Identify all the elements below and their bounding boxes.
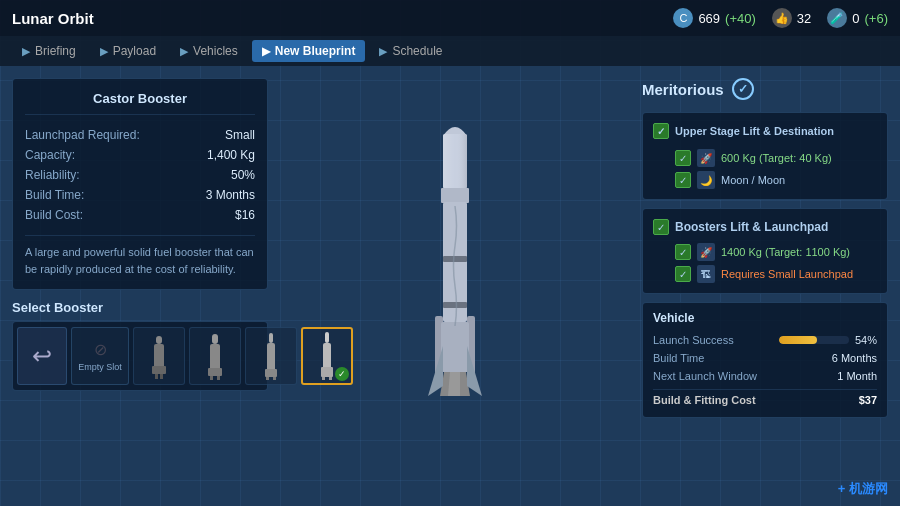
svg-rect-25 [443, 256, 467, 262]
next-launch-row: Next Launch Window 1 Month [653, 367, 877, 385]
booster-info-card: Castor Booster Launchpad Required: Small… [12, 78, 268, 290]
lift-row: ✓ 🚀 600 Kg (Target: 40 Kg) [653, 147, 877, 169]
booster-section: ✓ Boosters Lift & Launchpad ✓ 🚀 1400 Kg … [642, 208, 888, 294]
booster-title-check: ✓ [653, 219, 669, 235]
select-booster-section: Select Booster ↩ ⊘ Empty Slot [12, 300, 268, 391]
booster-lift-icon: 🚀 [697, 243, 715, 261]
tab-new-blueprint-label: New Blueprint [275, 44, 356, 58]
thumbs-amount: 32 [797, 11, 811, 26]
svg-rect-13 [266, 377, 269, 380]
tab-briefing[interactable]: ▶ Briefing [12, 40, 86, 62]
booster-launchpad-check: ✓ [675, 266, 691, 282]
science-resource: 🧪 0 (+6) [827, 8, 888, 28]
upper-stage-section: ✓ Upper Stage Lift & Destination ✓ 🚀 600… [642, 112, 888, 200]
launch-success-row: Launch Success 54% [653, 331, 877, 349]
capacity-label: Capacity: [25, 148, 75, 162]
svg-rect-23 [441, 188, 469, 203]
tab-payload-label: Payload [113, 44, 156, 58]
vehicle-build-time-row: Build Time 6 Months [653, 349, 877, 367]
header-bar: Lunar Orbit C 669 (+40) 👍 32 🧪 0 (+6) [0, 0, 900, 36]
booster-option-1[interactable] [133, 327, 185, 385]
upper-stage-check: ✓ [653, 123, 669, 139]
meritorious-icon: ✓ [732, 78, 754, 100]
select-booster-title: Select Booster [12, 300, 268, 315]
vehicle-section: Vehicle Launch Success 54% Build Time 6 … [642, 302, 888, 418]
booster-launchpad-value: Requires Small Launchpad [721, 268, 853, 280]
destination-value: Moon / Moon [721, 174, 785, 186]
empty-slot-icon: ⊘ [94, 340, 107, 359]
booster-lift-row: ✓ 🚀 1400 Kg (Target: 1100 Kg) [653, 241, 877, 263]
upper-stage-title-text: Upper Stage Lift & Destination [675, 125, 834, 137]
thumbs-icon: 👍 [772, 8, 792, 28]
build-cost-value: $16 [235, 208, 255, 222]
svg-rect-12 [265, 369, 277, 377]
svg-rect-29 [441, 322, 469, 372]
credits-resource: C 669 (+40) [673, 8, 755, 28]
booster-title-row: ✓ Boosters Lift & Launchpad [653, 217, 877, 237]
svg-rect-8 [210, 376, 213, 380]
launch-success-fill [779, 336, 817, 344]
capacity-value: 1,400 Kg [207, 148, 255, 162]
main-content: Castor Booster Launchpad Required: Small… [0, 66, 900, 506]
svg-rect-3 [155, 374, 158, 379]
launchpad-value: Small [225, 128, 255, 142]
launch-success-bar [779, 336, 849, 344]
rocket-svg [400, 116, 510, 456]
science-amount: 0 [852, 11, 859, 26]
build-fitting-cost-value: $37 [859, 394, 877, 406]
credits-icon: C [673, 8, 693, 28]
tab-new-blueprint[interactable]: ▶ New Blueprint [252, 40, 366, 62]
launch-success-bar-container: 54% [779, 334, 877, 346]
mission-title: Lunar Orbit [12, 10, 94, 27]
lift-icon: 🚀 [697, 149, 715, 167]
svg-rect-14 [273, 377, 276, 380]
upper-stage-title-row: ✓ Upper Stage Lift & Destination [653, 121, 877, 141]
reliability-row: Reliability: 50% [25, 165, 255, 185]
next-launch-label: Next Launch Window [653, 370, 757, 382]
build-cost-label: Build Cost: [25, 208, 83, 222]
watermark-text: 机游网 [849, 481, 888, 496]
meritorious-header: Meritorious ✓ [642, 78, 888, 100]
blueprint-arrow: ▶ [262, 45, 270, 58]
empty-slot-label: Empty Slot [78, 362, 122, 372]
watermark-icon: + [838, 481, 846, 496]
empty-slot-option[interactable]: ⊘ Empty Slot [71, 327, 129, 385]
credits-amount: 669 [698, 11, 720, 26]
thumbs-resource: 👍 32 [772, 8, 811, 28]
build-time-label: Build Time: [25, 188, 84, 202]
resources-bar: C 669 (+40) 👍 32 🧪 0 (+6) [673, 8, 888, 28]
science-icon: 🧪 [827, 8, 847, 28]
tab-vehicles[interactable]: ▶ Vehicles [170, 40, 248, 62]
build-cost-row: Build Cost: $16 [25, 205, 255, 225]
booster-back-button[interactable]: ↩ [17, 327, 67, 385]
launch-success-value: 54% [855, 334, 877, 346]
booster-option-2[interactable] [189, 327, 241, 385]
booster-title-text: Boosters Lift & Launchpad [675, 220, 828, 234]
launch-success-label: Launch Success [653, 334, 734, 346]
booster-launchpad-icon: 🏗 [697, 265, 715, 283]
booster-lift-value: 1400 Kg (Target: 1100 Kg) [721, 246, 850, 258]
destination-check: ✓ [675, 172, 691, 188]
lift-value: 600 Kg (Target: 40 Kg) [721, 152, 832, 164]
vehicle-title: Vehicle [653, 311, 877, 325]
booster-name: Castor Booster [25, 91, 255, 115]
reliability-label: Reliability: [25, 168, 80, 182]
build-fitting-cost-row: Build & Fitting Cost $37 [653, 389, 877, 409]
destination-icon: 🌙 [697, 171, 715, 189]
tab-payload[interactable]: ▶ Payload [90, 40, 166, 62]
lift-check: ✓ [675, 150, 691, 166]
vehicles-arrow: ▶ [180, 45, 188, 58]
payload-arrow: ▶ [100, 45, 108, 58]
booster-thumbnail-1 [149, 331, 169, 381]
booster-thumbnail-3 [261, 331, 281, 381]
destination-row: ✓ 🌙 Moon / Moon [653, 169, 877, 191]
tab-briefing-label: Briefing [35, 44, 76, 58]
svg-rect-0 [156, 336, 162, 344]
launchpad-row: Launchpad Required: Small [25, 125, 255, 145]
booster-lift-check: ✓ [675, 244, 691, 260]
capacity-row: Capacity: 1,400 Kg [25, 145, 255, 165]
tab-schedule[interactable]: ▶ Schedule [369, 40, 452, 62]
left-panel: Castor Booster Launchpad Required: Small… [0, 66, 280, 506]
upper-stage-title: ✓ Upper Stage Lift & Destination [653, 121, 877, 141]
svg-rect-2 [152, 366, 166, 374]
